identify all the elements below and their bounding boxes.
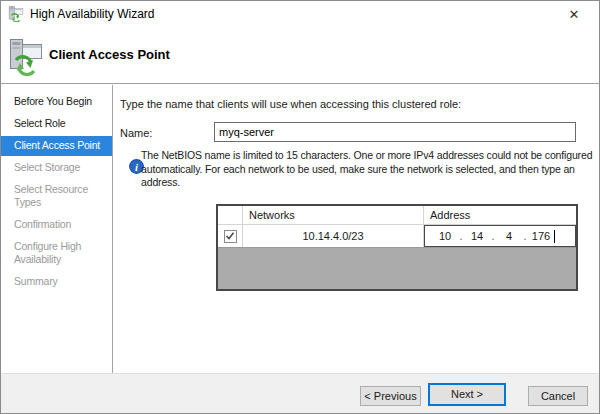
sidebar-item-select-role[interactable]: Select Role [1, 114, 112, 134]
address-cell: 10 . 14 . 4 . 176 [424, 225, 576, 247]
svg-text:i: i [135, 161, 138, 173]
ip-dot: . [457, 230, 465, 242]
netbios-info-message: The NetBIOS name is limited to 15 charac… [141, 149, 592, 190]
sidebar-item-select-resource-types: Select Resource Types [1, 180, 112, 213]
ip-dot: . [489, 230, 497, 242]
sidebar-item-before-you-begin[interactable]: Before You Begin [1, 92, 112, 112]
ip-octet-4[interactable]: 176 [529, 230, 553, 242]
network-table-row: 10.14.4.0/23 10 . 14 . 4 . 176 [218, 225, 576, 248]
checkbox-column-header [218, 206, 243, 224]
ip-octet-2[interactable]: 14 [465, 230, 489, 242]
table-empty-area [218, 248, 576, 289]
wizard-footer: < Previous Next > Cancel [1, 373, 599, 414]
previous-button[interactable]: < Previous [360, 386, 421, 406]
sidebar-item-summary: Summary [1, 272, 112, 292]
wizard-app-icon [8, 6, 24, 22]
sidebar-item-configure-high-availability: Configure High Availability [1, 237, 112, 270]
ip-octet-1[interactable]: 10 [433, 230, 457, 242]
high-availability-wizard-window: High Availability Wizard ✕ Client Access… [0, 0, 600, 414]
name-field-label: Name: [120, 127, 152, 139]
page-title: Client Access Point [49, 47, 170, 62]
cancel-button[interactable]: Cancel [528, 386, 588, 406]
info-line-3: address. [141, 176, 592, 190]
address-column-header: Address [424, 206, 576, 224]
window-title: High Availability Wizard [30, 7, 155, 21]
check-icon [225, 231, 235, 241]
network-checkbox-cell [218, 225, 243, 247]
ip-address-input[interactable]: 10 . 14 . 4 . 176 [424, 225, 576, 247]
networks-column-header: Networks [243, 206, 424, 224]
ip-octet-3[interactable]: 4 [497, 230, 521, 242]
network-name-cell: 10.14.4.0/23 [243, 225, 424, 247]
name-input[interactable] [214, 122, 576, 142]
instruction-text: Type the name that clients will use when… [120, 98, 461, 110]
info-line-2: automatically. For each network to be us… [141, 163, 592, 177]
sidebar-item-confirmation: Confirmation [1, 215, 112, 235]
next-button[interactable]: Next > [428, 383, 506, 406]
text-cursor [554, 230, 555, 243]
sidebar-item-select-storage: Select Storage [1, 158, 112, 178]
info-line-1: The NetBIOS name is limited to 15 charac… [141, 149, 592, 163]
ip-dot: . [521, 230, 529, 242]
network-row-checkbox[interactable] [224, 230, 237, 243]
wizard-steps-sidebar: Before You Begin Select Role Client Acce… [1, 85, 113, 373]
networks-table: Networks Address 10.14.4.0/23 10 . 14 . … [216, 204, 578, 291]
close-icon[interactable]: ✕ [557, 1, 591, 27]
sidebar-item-client-access-point[interactable]: Client Access Point [1, 136, 112, 156]
titlebar: High Availability Wizard ✕ [1, 1, 599, 27]
wizard-header: Client Access Point [1, 27, 599, 84]
client-access-point-icon [9, 38, 43, 76]
table-header-row: Networks Address [218, 206, 576, 225]
